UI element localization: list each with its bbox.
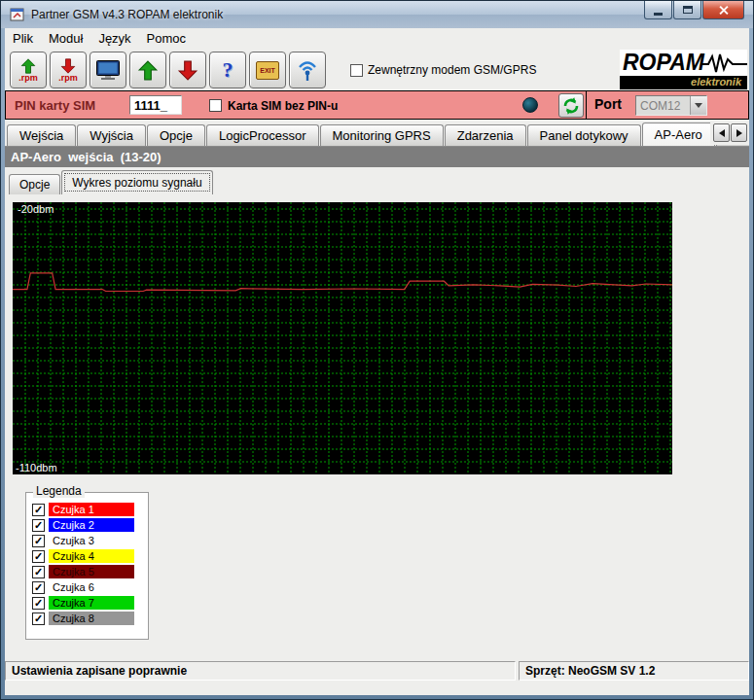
legend-color-label: Czujka 4 (49, 549, 134, 563)
refresh-ports-button[interactable] (558, 93, 584, 118)
check-icon: ✓ (34, 566, 43, 578)
status-message: Ustawienia zapisane poprawnie (5, 661, 516, 681)
read-module-button[interactable] (129, 52, 166, 88)
down-arrow-icon (59, 58, 77, 74)
check-icon: ✓ (34, 597, 43, 609)
chevron-right-icon (736, 129, 742, 137)
up-arrow-icon (137, 60, 159, 81)
signal-chart: -20dbm -110dbm (13, 202, 672, 474)
refresh-icon (561, 96, 581, 116)
minimize-button[interactable] (644, 1, 672, 19)
maximize-button[interactable] (673, 1, 701, 19)
connection-button[interactable] (90, 52, 126, 88)
tab-zdarzenia[interactable]: Zdarzenia (445, 124, 526, 146)
rpm-file-label: .rpm (58, 74, 78, 83)
signal-chart-svg (13, 202, 672, 474)
legend-item-czujka-1: ✓ Czujka 1 (32, 502, 142, 517)
menu-plik[interactable]: Plik (5, 29, 41, 48)
check-icon: ✓ (34, 519, 43, 531)
subtab-opcje[interactable]: Opcje (9, 174, 60, 194)
y-axis-bottom-label: -110dbm (16, 462, 57, 473)
subtab-wykres[interactable]: Wykres poziomu sygnału (61, 170, 212, 194)
tab-scroll-right-button[interactable] (731, 123, 747, 142)
main-tab-bar: Wejścia Wyjścia Opcje LogicProcessor Mon… (5, 122, 749, 147)
close-button[interactable] (702, 1, 744, 19)
port-separator (586, 91, 587, 119)
check-icon: ✓ (34, 550, 43, 562)
antenna-icon (295, 58, 320, 82)
legend-item-czujka-8: ✓ Czujka 8 (32, 611, 142, 626)
menu-jezyk[interactable]: Język (90, 29, 138, 48)
sim-no-pin-label: Karta SIM bez PIN-u (228, 99, 338, 113)
question-mark-icon: ? (223, 57, 233, 83)
connection-led (522, 97, 538, 113)
antenna-button[interactable] (289, 52, 326, 88)
tab-logicprocessor[interactable]: LogicProcessor (206, 124, 319, 146)
port-combobox[interactable]: COM12 (635, 95, 707, 116)
help-button[interactable]: ? (209, 52, 246, 88)
check-icon: ✓ (34, 581, 43, 593)
external-modem-checkbox[interactable]: Zewnętrzny modem GSM/GPRS (350, 63, 536, 77)
sim-no-pin-checkbox[interactable] (209, 99, 222, 112)
app-window: Partner GSM v4.3 ROPAM elektronik Plik M… (0, 0, 754, 700)
legend-item-czujka-5: ✓ Czujka 5 (32, 564, 142, 579)
menu-pomoc[interactable]: Pomoc (139, 29, 194, 48)
legend-color-label: Czujka 8 (49, 612, 134, 625)
legend-color-label: Czujka 6 (49, 580, 134, 594)
pin-panel: PIN karty SIM Karta SIM bez PIN-u Port C… (5, 90, 749, 120)
menu-modul[interactable]: Moduł (41, 29, 90, 48)
menubar: Plik Moduł Język Pomoc (5, 28, 749, 48)
tab-monitoring-gprs[interactable]: Monitoring GPRS (320, 124, 444, 146)
legend-checkbox[interactable]: ✓ (32, 535, 45, 547)
rpm-file-label: .rpm (18, 74, 38, 83)
app-icon (10, 7, 25, 22)
logo-brand-text: ROPAM (620, 50, 704, 75)
exit-button[interactable]: EXIT (249, 52, 286, 88)
monitor-icon (95, 59, 121, 81)
waveform-icon (700, 52, 747, 74)
down-arrow-icon (177, 60, 198, 81)
tab-opcje[interactable]: Opcje (147, 124, 205, 146)
open-rpm-button[interactable]: .rpm (10, 52, 47, 88)
port-label: Port (594, 96, 622, 112)
pin-input[interactable] (129, 95, 182, 115)
maximize-icon (683, 6, 693, 14)
legend-color-label: Czujka 1 (49, 503, 134, 516)
logo-sub-text: elektronik (620, 76, 747, 89)
save-rpm-button[interactable]: .rpm (50, 52, 87, 88)
legend-item-czujka-7: ✓ Czujka 7 (32, 595, 142, 611)
port-value: COM12 (636, 99, 690, 113)
legend-checkbox[interactable]: ✓ (32, 566, 45, 578)
hardware-info: Sprzęt: NeoGSM SV 1.2 (519, 661, 749, 681)
check-icon: ✓ (34, 612, 43, 624)
sub-tab-bar: Opcje Wykres poziomu sygnału (9, 169, 749, 194)
legend-checkbox[interactable]: ✓ (32, 581, 45, 594)
legend-checkbox[interactable]: ✓ (32, 597, 45, 610)
legend-checkbox[interactable]: ✓ (32, 550, 45, 563)
tab-scroll-left-button[interactable] (713, 123, 730, 142)
tab-wyjscia[interactable]: Wyjścia (77, 124, 146, 146)
legend-item-czujka-3: ✓ Czujka 3 (32, 533, 142, 548)
legend-checkbox[interactable]: ✓ (32, 504, 45, 516)
window-controls (643, 1, 744, 19)
exit-icon: EXIT (256, 61, 279, 80)
up-arrow-icon (19, 58, 37, 74)
legend-checkbox[interactable]: ✓ (32, 519, 45, 532)
legend-item-czujka-2: ✓ Czujka 2 (32, 517, 142, 533)
client-area: Plik Moduł Język Pomoc .rpm .rpm (5, 28, 749, 695)
tab-ap-aero[interactable]: AP-Aero (642, 122, 715, 147)
legend-groupbox: Legenda ✓ Czujka 1 ✓ Czujka 2 ✓ Czujka 3 (25, 484, 149, 640)
legend-color-label: Czujka 5 (49, 565, 134, 578)
tab-panel-dotykowy[interactable]: Panel dotykowy (527, 124, 641, 146)
titlebar: Partner GSM v4.3 ROPAM elektronik (1, 1, 753, 28)
section-header: AP-Aero wejścia (13-20) (5, 147, 749, 167)
window-title: Partner GSM v4.3 ROPAM elektronik (31, 8, 223, 21)
combo-dropdown-button[interactable] (690, 96, 706, 115)
legend-item-czujka-6: ✓ Czujka 6 (32, 579, 142, 595)
close-icon (718, 5, 729, 16)
write-module-button[interactable] (169, 52, 206, 88)
tab-wejscia[interactable]: Wejścia (7, 124, 76, 146)
chevron-down-icon (695, 103, 702, 108)
legend-color-label: Czujka 7 (49, 596, 134, 610)
legend-checkbox[interactable]: ✓ (32, 612, 45, 625)
